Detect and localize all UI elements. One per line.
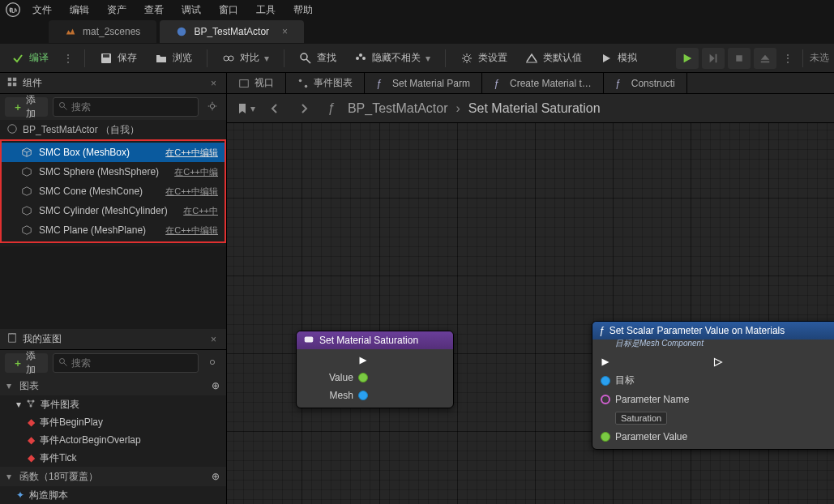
svg-point-27 <box>8 124 17 133</box>
myblueprint-search[interactable] <box>53 353 199 373</box>
tab-fn-set-material-parm[interactable]: ƒ Set Material Parm <box>365 73 482 94</box>
forward-button[interactable] <box>293 98 314 119</box>
play-options[interactable]: ⋮ <box>780 53 796 64</box>
menu-view[interactable]: 查看 <box>136 2 172 19</box>
exec-in-pin[interactable] <box>601 357 689 367</box>
mesh-out-pin[interactable]: Mesh <box>329 390 367 401</box>
tab-level[interactable]: mat_2scenes <box>49 20 156 43</box>
function-entry-icon <box>303 334 314 348</box>
menu-asset[interactable]: 资产 <box>99 2 135 19</box>
menu-tools[interactable]: 工具 <box>248 2 284 19</box>
function-icon: ƒ <box>494 78 505 89</box>
param-value-in-pin[interactable]: Parameter Value <box>601 431 689 442</box>
component-item-cylinder[interactable]: SMC Cylinder (MeshCylinder) 在C++中 <box>2 201 225 220</box>
close-icon[interactable]: × <box>207 78 220 89</box>
stop-button[interactable] <box>728 48 751 69</box>
level-icon <box>65 26 76 37</box>
add-new-button[interactable]: ＋ 添加 <box>5 353 48 373</box>
event-beginplay[interactable]: ◆ 事件BeginPlay <box>0 413 226 431</box>
compile-button[interactable]: 编译 <box>5 47 55 70</box>
simulate-button[interactable]: 模拟 <box>593 47 644 70</box>
bookmark-button[interactable]: ▾ <box>235 98 256 119</box>
breadcrumb-function[interactable]: Set Material Saturation <box>468 101 601 116</box>
hide-unrelated-button[interactable]: 隐藏不相关 ▾ <box>348 47 437 70</box>
svg-point-26 <box>210 104 214 108</box>
menu-file[interactable]: 文件 <box>24 2 60 19</box>
component-item-box[interactable]: SMC Box (MeshBox) 在C++中编辑 <box>2 143 225 162</box>
param-name-value[interactable]: Saturation <box>615 412 689 425</box>
svg-rect-19 <box>761 61 770 62</box>
compile-options[interactable]: ⋮ <box>60 53 76 64</box>
tab-fn-create-material[interactable]: ƒ Create Material t… <box>482 73 604 94</box>
tree-root[interactable]: BP_TestMatActor （自我） <box>0 120 226 139</box>
target-in-pin[interactable]: 目标 <box>601 374 689 387</box>
item-tag[interactable]: 在C++中编 <box>174 166 218 178</box>
add-icon[interactable]: ⊕ <box>212 380 220 391</box>
close-icon[interactable]: × <box>282 26 288 37</box>
node-set-scalar-parameter[interactable]: ƒ Set Scalar Parameter Value on Material… <box>592 321 834 450</box>
gear-icon[interactable] <box>203 357 221 370</box>
class-defaults-button[interactable]: 类默认值 <box>519 47 588 70</box>
node-header[interactable]: ƒ Set Scalar Parameter Value on Material… <box>592 322 834 340</box>
svg-point-6 <box>301 53 307 60</box>
category-graphs[interactable]: ▾ 图表 ⊕ <box>0 376 226 395</box>
svg-point-10 <box>362 57 366 60</box>
components-highlight-box: SMC Box (MeshBox) 在C++中编辑 SMC Sphere (Me… <box>0 139 226 243</box>
item-tag[interactable]: 在C++中编辑 <box>165 224 218 237</box>
function-icon: ƒ <box>376 78 387 89</box>
item-tag[interactable]: 在C++中编辑 <box>165 147 218 159</box>
add-component-button[interactable]: ＋ 添加 <box>5 97 48 117</box>
component-item-sphere[interactable]: SMC Sphere (MeshSphere) 在C++中编 <box>2 162 225 182</box>
menu-edit[interactable]: 编辑 <box>62 2 97 19</box>
eject-button[interactable] <box>754 48 776 69</box>
exec-out-pin[interactable] <box>713 357 723 367</box>
svg-line-7 <box>306 59 310 63</box>
event-tick[interactable]: ◆ 事件Tick <box>0 449 226 467</box>
menu-window[interactable]: 窗口 <box>211 2 246 19</box>
tab-fn-construction[interactable]: ƒ Constructi <box>604 73 687 94</box>
event-actorbeginoverlap[interactable]: ◆ 事件ActorBeginOverlap <box>0 431 226 449</box>
browse-button[interactable]: 浏览 <box>148 47 199 70</box>
category-functions[interactable]: ▾ 函数（18可覆盖） ⊕ <box>0 467 226 486</box>
search-icon <box>299 52 312 65</box>
myblueprint-add-row: ＋ 添加 <box>0 350 226 376</box>
item-tag[interactable]: 在C++中编辑 <box>165 186 218 198</box>
add-icon[interactable]: ⊕ <box>212 471 220 482</box>
graph-canvas[interactable]: Set Material Saturation Value Mesh <box>227 123 834 504</box>
value-out-pin[interactable]: Value <box>329 372 368 383</box>
menu-debug[interactable]: 调试 <box>173 2 209 19</box>
skip-button[interactable] <box>702 48 725 69</box>
diff-button[interactable]: 对比 ▾ <box>216 47 276 70</box>
search-input[interactable] <box>71 101 193 113</box>
menu-help[interactable]: 帮助 <box>285 2 321 19</box>
pin-label: Value <box>329 372 353 383</box>
component-item-cone[interactable]: SMC Cone (MeshCone) 在C++中编辑 <box>2 182 225 201</box>
breadcrumb-class[interactable]: BP_TestMatActor <box>348 101 448 116</box>
gear-icon[interactable] <box>203 100 221 114</box>
find-button[interactable]: 查找 <box>293 47 343 70</box>
item-tag[interactable]: 在C++中 <box>183 205 218 217</box>
tab-blueprint[interactable]: BP_TestMatActor × <box>160 20 304 43</box>
tab-label: mat_2scenes <box>83 26 140 37</box>
back-button[interactable] <box>264 98 285 119</box>
close-icon[interactable]: × <box>207 334 220 345</box>
tab-event-graph[interactable]: 事件图表 <box>286 73 365 94</box>
category-label: 图表 <box>19 379 39 393</box>
search-input[interactable] <box>71 357 193 369</box>
play-button[interactable] <box>676 48 699 69</box>
components-search[interactable] <box>53 97 199 117</box>
component-item-plane[interactable]: SMC Plane (MeshPlane) 在C++中编辑 <box>2 220 225 240</box>
pin-value-box[interactable]: Saturation <box>615 412 667 425</box>
menu-bar: 文件 编辑 资产 查看 调试 窗口 工具 帮助 <box>0 0 834 19</box>
tab-viewport[interactable]: 视口 <box>227 73 286 94</box>
node-header[interactable]: Set Material Saturation <box>297 331 453 349</box>
item-label: 事件图表 <box>41 398 79 412</box>
param-name-in-pin[interactable]: Parameter Name <box>601 394 689 405</box>
event-graph-item[interactable]: ▾ 事件图表 <box>0 395 226 413</box>
exec-out-pin[interactable] <box>358 356 368 365</box>
hide-label: 隐藏不相关 <box>372 51 421 65</box>
function-construction[interactable]: ✦ 构造脚本 <box>0 486 226 504</box>
save-button[interactable]: 保存 <box>93 47 143 70</box>
node-set-material-saturation[interactable]: Set Material Saturation Value Mesh <box>296 331 454 408</box>
class-settings-button[interactable]: 类设置 <box>454 47 514 70</box>
